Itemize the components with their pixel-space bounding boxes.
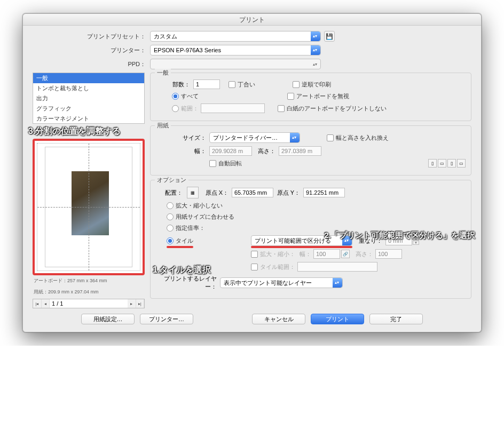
- swap-wh-checkbox[interactable]: [327, 134, 334, 141]
- scale-h-input: [375, 249, 402, 259]
- scale-w-label: 幅：: [295, 250, 313, 258]
- print-dialog: プリント プリントプリセット： カスタム▴▾ 💾 プリンター： EPSON EP…: [22, 13, 482, 332]
- list-item-graphics[interactable]: グラフィック: [33, 103, 144, 114]
- scale-w-input: [313, 249, 340, 259]
- preview-artboard-line: アートボード：257 mm x 364 mm: [33, 275, 145, 286]
- orientation-landscape2-icon[interactable]: ▭: [457, 159, 466, 168]
- list-item-colormgmt[interactable]: カラーマネジメント: [33, 114, 144, 124]
- reverse-checkbox[interactable]: [293, 81, 300, 88]
- origin-y-input[interactable]: [303, 188, 345, 197]
- width-label: 幅：: [156, 147, 209, 155]
- range-input: [201, 103, 265, 113]
- category-listbox[interactable]: 一般 トンボと裁ち落とし 出力 グラフィック カラーマネジメント: [33, 73, 145, 124]
- done-button[interactable]: 完了: [369, 314, 423, 324]
- overlap-input[interactable]: [385, 236, 412, 245]
- fit-radio[interactable]: [167, 213, 174, 220]
- window-title: プリント: [23, 14, 481, 26]
- overlap-down[interactable]: ▼: [413, 241, 419, 245]
- pager-next[interactable]: ▸: [128, 299, 136, 308]
- tile-mode-select[interactable]: プリント可能範囲で区分ける▴▾: [251, 235, 352, 246]
- tile-range-checkbox[interactable]: [251, 264, 258, 270]
- save-preset-button[interactable]: 💾: [324, 31, 335, 42]
- noscale-radio[interactable]: [167, 202, 174, 209]
- tile-range-input: [297, 262, 377, 272]
- orientation-portrait-icon[interactable]: ▯: [428, 159, 437, 168]
- media-fieldset: 用紙 サイズ： プリンタードライバー…▴▾ 幅と高さを入れ換え 幅： 高さ：: [150, 125, 471, 176]
- origin-y-label: 原点 Y：: [273, 189, 303, 197]
- pager-last[interactable]: ▸|: [136, 299, 145, 308]
- general-title: 一般: [155, 69, 171, 77]
- preset-select[interactable]: カスタム▴▾: [150, 31, 321, 42]
- overlap-label: 重なり：: [356, 237, 385, 245]
- auto-rotate-checkbox[interactable]: [209, 160, 216, 167]
- collate-checkbox[interactable]: [229, 81, 235, 88]
- options-fieldset: オプション 配置： ▦ 原点 X： 原点 Y： 拡大・縮小しない 用紙サイズに合…: [150, 180, 471, 299]
- printer-label: プリンター：: [33, 46, 150, 54]
- range-all-radio[interactable]: [172, 93, 179, 100]
- ppd-label: PPD：: [33, 60, 150, 68]
- print-preview[interactable]: [37, 143, 140, 271]
- copies-label: 部数：: [156, 81, 193, 89]
- pager-prev[interactable]: ◂: [42, 299, 50, 308]
- copies-input[interactable]: [193, 79, 220, 89]
- printer-select[interactable]: EPSON EP-976A3 Series▴▾: [150, 45, 321, 55]
- printer-setup-button[interactable]: プリンター…: [140, 314, 193, 324]
- cancel-button[interactable]: キャンセル: [252, 314, 305, 324]
- layers-label: プリントするレイヤー：: [156, 275, 220, 291]
- placement-label: 配置：: [156, 189, 186, 197]
- overlap-up[interactable]: ▲: [413, 236, 419, 241]
- options-title: オプション: [155, 176, 188, 184]
- media-title: 用紙: [155, 122, 171, 130]
- print-button[interactable]: プリント: [311, 314, 364, 324]
- customscale-radio[interactable]: [167, 225, 174, 232]
- size-select[interactable]: プリンタードライバー…▴▾: [209, 132, 300, 143]
- preview-paper-line: 用紙：209.9 mm x 297.04 mm: [33, 286, 145, 298]
- list-item-marks[interactable]: トンボと裁ち落とし: [33, 83, 144, 93]
- list-item-general[interactable]: 一般: [33, 73, 144, 83]
- lock-icon[interactable]: 🔗: [341, 250, 350, 258]
- media-setup-button[interactable]: 用紙設定…: [81, 314, 135, 324]
- preset-label: プリントプリセット：: [33, 33, 150, 41]
- ignore-artboard-checkbox[interactable]: [287, 93, 294, 100]
- placement-grid-icon[interactable]: ▦: [187, 187, 199, 198]
- height-label: 高さ：: [252, 147, 279, 155]
- height-input: [279, 146, 321, 156]
- preview-pager: |◂ ◂ ▸ ▸|: [33, 299, 145, 308]
- annotation-3: 3.分割の位置を調整する: [28, 126, 121, 137]
- width-input: [209, 146, 252, 156]
- scale-h-label: 高さ：: [350, 250, 375, 258]
- scale-checkbox[interactable]: [251, 251, 258, 258]
- tile-radio[interactable]: [167, 237, 174, 244]
- skip-blank-checkbox[interactable]: [278, 105, 285, 112]
- floppy-icon: 💾: [326, 33, 333, 40]
- pager-first[interactable]: |◂: [33, 299, 42, 308]
- list-item-output[interactable]: 出力: [33, 93, 144, 103]
- orientation-portrait2-icon[interactable]: ▯: [447, 159, 456, 168]
- orientation-landscape-icon[interactable]: ▭: [438, 159, 446, 168]
- range-radio[interactable]: [172, 105, 179, 112]
- general-fieldset: 一般 部数： 丁合い 逆順で印刷 すべて アートボードを無視 範囲：: [150, 73, 471, 121]
- origin-x-label: 原点 X：: [202, 189, 232, 197]
- preview-frame: [33, 139, 145, 275]
- layers-select[interactable]: 表示中でプリント可能なレイヤー▴▾: [220, 277, 343, 288]
- size-label: サイズ：: [156, 134, 209, 142]
- ppd-select[interactable]: ▴▾: [150, 59, 321, 69]
- origin-x-input[interactable]: [232, 188, 273, 197]
- pager-input[interactable]: [50, 299, 128, 308]
